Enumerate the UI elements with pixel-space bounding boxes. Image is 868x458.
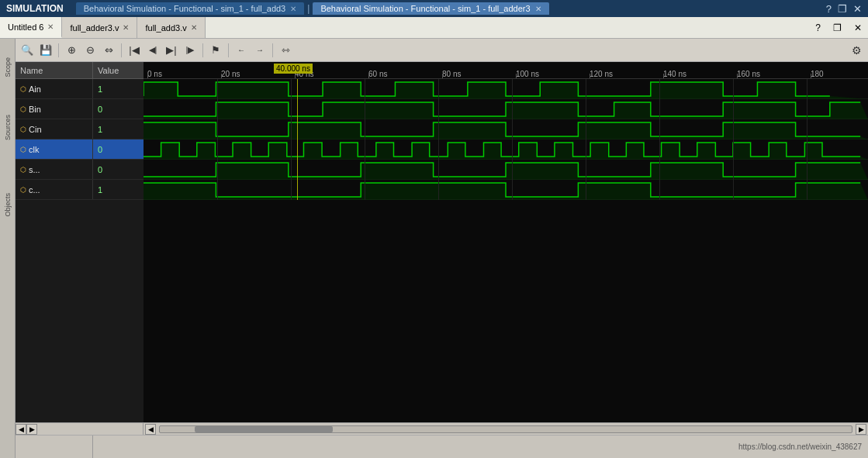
grid-line: [438, 119, 439, 139]
grid-line: [217, 160, 218, 180]
zoom-in-btn[interactable]: ⊕: [63, 42, 80, 59]
tab-help-icon[interactable]: ?: [809, 22, 827, 33]
cursor-line: [297, 180, 298, 200]
grid-line: [733, 139, 734, 160]
save-btn[interactable]: 💾: [37, 42, 54, 59]
name-col-header: Name: [16, 62, 93, 78]
tab-restore-icon[interactable]: ❐: [827, 22, 848, 33]
wave-svg-cout: [144, 180, 868, 200]
restore-icon[interactable]: ❐: [838, 3, 847, 15]
signal-row-clk[interactable]: ⬡ clk 0: [16, 139, 144, 160]
grid-line: [586, 160, 586, 180]
marker-btn[interactable]: ⚑: [207, 42, 224, 59]
grid-line: [512, 79, 513, 99]
grid-line: [291, 139, 292, 160]
grid-line: [438, 180, 439, 200]
grid-line: [807, 79, 807, 99]
wave-svg-Cin: [144, 119, 868, 139]
name-value-panel: Name Value ⬡ Ain 1 ⬡ Bin 0 ⬡ Cin 1 ⬡ clk…: [16, 62, 144, 422]
ruler-tick-60 ns: 60 ns: [368, 70, 387, 78]
fit-btn[interactable]: ⇔: [100, 42, 117, 59]
grid-line: [733, 79, 734, 99]
content-area: 🔍💾⊕⊖⇔|◀◀|▶||▶⚑←→⇿ ⚙ Name Value ⬡ Ain 1 ⬡…: [16, 39, 868, 458]
close-icon[interactable]: ✕: [853, 3, 862, 15]
waveform-area[interactable]: 40.000 ns 0 ns20 ns40 ns60 ns80 ns100 ns…: [144, 62, 868, 422]
title-tab-0[interactable]: Behavioral Simulation - Functional - sim…: [76, 2, 304, 15]
grid-line: [291, 79, 292, 99]
to-end-btn[interactable]: ▶|: [163, 42, 180, 59]
file-tab-bar: Untitled 6 ✕full_adder3.v ✕full_add3.v ✕…: [0, 17, 868, 39]
scroll-left-arrow[interactable]: ◀: [16, 424, 26, 435]
file-tab-2[interactable]: Untitled 6 ✕: [0, 17, 62, 38]
signal-area: Name Value ⬡ Ain 1 ⬡ Bin 0 ⬡ Cin 1 ⬡ clk…: [16, 62, 868, 422]
file-tab-0[interactable]: full_add3.v ✕: [137, 17, 205, 38]
to-start-btn[interactable]: |◀: [126, 42, 143, 59]
title-bar-actions: ? ❐ ✕: [826, 3, 862, 15]
prev-marker-btn[interactable]: ←: [233, 42, 250, 59]
hscroll-left[interactable]: ◀: [145, 424, 156, 435]
grid-line: [512, 180, 513, 200]
sources-label: Sources: [4, 112, 12, 143]
sig-label-Bin: Bin: [29, 105, 41, 114]
signal-val-s...: 0: [93, 165, 144, 174]
signal-rows: ⬡ Ain 1 ⬡ Bin 0 ⬡ Cin 1 ⬡ clk 0 ⬡ s... 0…: [16, 79, 144, 200]
signal-name-clk: ⬡ clk: [16, 139, 93, 159]
search-btn[interactable]: 🔍: [19, 42, 36, 59]
ruler-tick-80 ns: 80 ns: [442, 70, 461, 78]
signal-row-Ain[interactable]: ⬡ Ain 1: [16, 79, 144, 99]
prev-edge-btn[interactable]: ◀|: [144, 42, 161, 59]
grid-line: [807, 119, 807, 139]
hscroll-right[interactable]: ▶: [856, 424, 866, 435]
grid-line: [659, 119, 660, 139]
signal-name-Cin: ⬡ Cin: [16, 119, 93, 139]
next-marker-btn[interactable]: →: [251, 42, 268, 59]
scroll-right-arrow[interactable]: ▶: [26, 424, 37, 435]
grid-line: [438, 99, 439, 119]
sig-label-clk: clk: [29, 145, 39, 154]
cursor-line: [297, 160, 298, 180]
sig-label-s...: s...: [29, 165, 40, 174]
wave-row-clk: [144, 139, 868, 160]
grid-line: [807, 160, 807, 180]
grid-line: [365, 180, 365, 200]
help-icon[interactable]: ?: [826, 3, 832, 15]
toolbar-separator: [58, 43, 59, 57]
ruler-tick-140 ns: 140 ns: [663, 70, 686, 78]
title-tab-close-1[interactable]: ✕: [535, 5, 541, 13]
grid-line: [291, 119, 292, 139]
signal-name-Bin: ⬡ Bin: [16, 99, 93, 119]
file-tab-close-0[interactable]: ✕: [191, 23, 197, 32]
signal-row-Bin[interactable]: ⬡ Bin 0: [16, 99, 144, 119]
signal-row-c...[interactable]: ⬡ c... 1: [16, 180, 144, 200]
file-tab-close-2[interactable]: ✕: [47, 22, 54, 31]
hscroll-thumb[interactable]: [195, 426, 333, 432]
title-tab-close-0[interactable]: ✕: [290, 5, 296, 13]
title-bar: SIMULATION Behavioral Simulation - Funct…: [0, 0, 868, 17]
time-ruler-container: 40.000 ns 0 ns20 ns40 ns60 ns80 ns100 ns…: [144, 62, 868, 79]
hscroll-track[interactable]: [159, 425, 852, 433]
zoom-out-btn[interactable]: ⊖: [81, 42, 99, 59]
file-tab-1[interactable]: full_adder3.v ✕: [62, 17, 137, 38]
title-tab-1[interactable]: Behavioral Simulation - Functional - sim…: [313, 2, 548, 15]
main-area: Scope Sources Objects 🔍💾⊕⊖⇔|◀◀|▶||▶⚑←→⇿ …: [0, 39, 868, 458]
grid-line: [365, 160, 365, 180]
grid-line: [733, 99, 734, 119]
zoom-full-btn[interactable]: ⇿: [277, 42, 294, 59]
wave-svg-sum: [144, 160, 868, 180]
wave-svg-clk: [144, 139, 868, 160]
grid-line: [291, 99, 292, 119]
file-tab-close-1[interactable]: ✕: [123, 23, 129, 32]
sig-icon-Bin: ⬡: [20, 105, 26, 113]
tab-sep: |: [307, 3, 310, 14]
gear-icon[interactable]: ⚙: [848, 42, 865, 59]
status-main: https://blog.csdn.net/weixin_438627: [93, 443, 868, 451]
tab-close-icon[interactable]: ✕: [848, 22, 868, 33]
left-sidebar: Scope Sources Objects: [0, 39, 16, 458]
sig-icon-s...: ⬡: [20, 166, 26, 174]
sim-label: SIMULATION: [6, 3, 64, 14]
next-edge-btn[interactable]: |▶: [182, 42, 199, 59]
cursor-line: [297, 119, 298, 139]
grid-line: [586, 99, 586, 119]
signal-row-s...[interactable]: ⬡ s... 0: [16, 160, 144, 180]
signal-row-Cin[interactable]: ⬡ Cin 1: [16, 119, 144, 139]
